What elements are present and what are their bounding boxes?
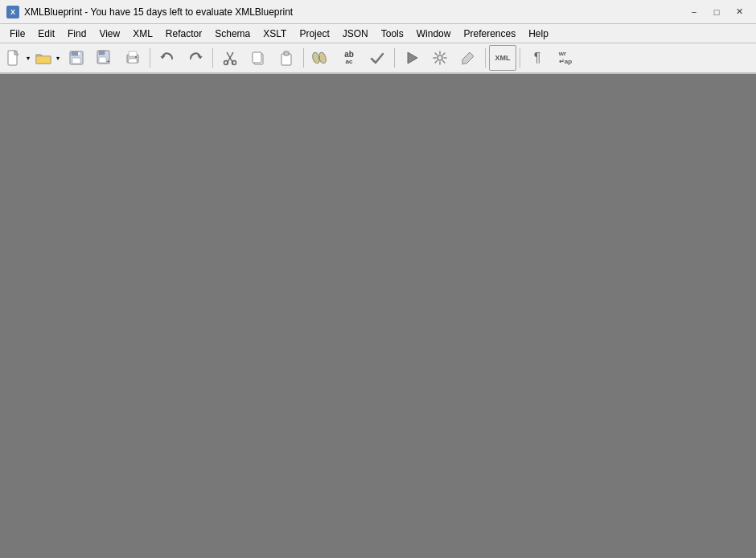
svg-rect-12 — [129, 59, 137, 63]
show-whitespace-button[interactable]: ¶ — [524, 45, 551, 71]
close-button[interactable]: ✕ — [729, 4, 750, 20]
separator-3 — [303, 48, 304, 68]
separator-2 — [212, 48, 213, 68]
open-dropdown-arrow[interactable]: ▾ — [54, 45, 62, 71]
menu-item-refactor[interactable]: Refactor — [159, 27, 208, 41]
svg-rect-8 — [99, 57, 106, 63]
title-bar-controls: − □ ✕ — [684, 4, 750, 20]
svg-rect-24 — [318, 56, 320, 59]
print-button[interactable] — [119, 45, 146, 71]
menu-bar: File Edit Find View XML Refactor Schema … — [0, 24, 756, 43]
menu-item-tools[interactable]: Tools — [375, 27, 410, 41]
menu-item-preferences[interactable]: Preferences — [457, 27, 522, 41]
svg-text:+: + — [106, 58, 110, 65]
redo-button[interactable] — [182, 45, 209, 71]
menu-item-find[interactable]: Find — [61, 27, 92, 41]
menu-item-xslt[interactable]: XSLT — [257, 27, 293, 41]
menu-item-json[interactable]: JSON — [336, 27, 375, 41]
menu-item-view[interactable]: View — [92, 27, 126, 41]
separator-6 — [520, 48, 520, 68]
svg-rect-3 — [72, 51, 78, 55]
open-button-group: ▾ — [33, 45, 62, 71]
menu-item-help[interactable]: Help — [522, 27, 555, 41]
new-button-group: ▾ — [3, 45, 32, 71]
svg-point-13 — [135, 56, 137, 58]
svg-rect-5 — [78, 52, 80, 55]
title-bar: X XMLBlueprint - You have 15 days left t… — [0, 0, 756, 24]
undo-button[interactable] — [154, 45, 181, 71]
new-dropdown-arrow[interactable]: ▾ — [24, 45, 32, 71]
find-replace-button[interactable] — [307, 45, 335, 71]
word-wrap-button[interactable]: wr ↵ap — [552, 45, 579, 71]
validate-button[interactable] — [364, 45, 391, 71]
title-bar-left: X XMLBlueprint - You have 15 days left t… — [6, 6, 293, 18]
paste-button[interactable] — [273, 45, 300, 71]
separator-1 — [150, 48, 150, 68]
menu-item-edit[interactable]: Edit — [31, 27, 61, 41]
svg-rect-11 — [129, 51, 137, 56]
menu-item-schema[interactable]: Schema — [208, 27, 257, 41]
separator-4 — [394, 48, 395, 68]
svg-rect-1 — [36, 56, 51, 64]
open-button[interactable] — [33, 45, 54, 71]
xml-button[interactable]: XML — [489, 45, 516, 71]
new-button[interactable] — [3, 45, 24, 71]
svg-marker-25 — [408, 52, 417, 64]
run-button[interactable] — [398, 45, 425, 71]
maximize-button[interactable]: □ — [706, 4, 727, 20]
menu-item-file[interactable]: File — [3, 27, 31, 41]
app-icon: X — [6, 6, 19, 18]
svg-point-26 — [438, 55, 442, 60]
save-as-button[interactable]: + — [91, 45, 118, 71]
separator-5 — [485, 48, 486, 68]
title-text: XMLBlueprint - You have 15 days left to … — [24, 6, 293, 18]
minimize-button[interactable]: − — [684, 4, 705, 20]
menu-item-xml[interactable]: XML — [126, 27, 159, 41]
svg-rect-7 — [99, 51, 105, 55]
settings-button[interactable] — [426, 45, 454, 71]
spell-check-button[interactable]: ab ac — [335, 45, 363, 71]
toolbar: ▾ ▾ + — [0, 43, 756, 74]
cut-button[interactable] — [216, 45, 244, 71]
main-content — [0, 74, 756, 558]
svg-rect-19 — [253, 52, 261, 63]
svg-point-16 — [224, 61, 228, 65]
svg-rect-4 — [72, 58, 80, 64]
menu-item-project[interactable]: Project — [293, 27, 335, 41]
save-button[interactable] — [63, 45, 90, 71]
svg-rect-21 — [284, 51, 289, 55]
copy-button[interactable] — [244, 45, 272, 71]
svg-point-17 — [232, 61, 236, 65]
format-button[interactable] — [454, 45, 482, 71]
menu-item-window[interactable]: Window — [410, 27, 458, 41]
